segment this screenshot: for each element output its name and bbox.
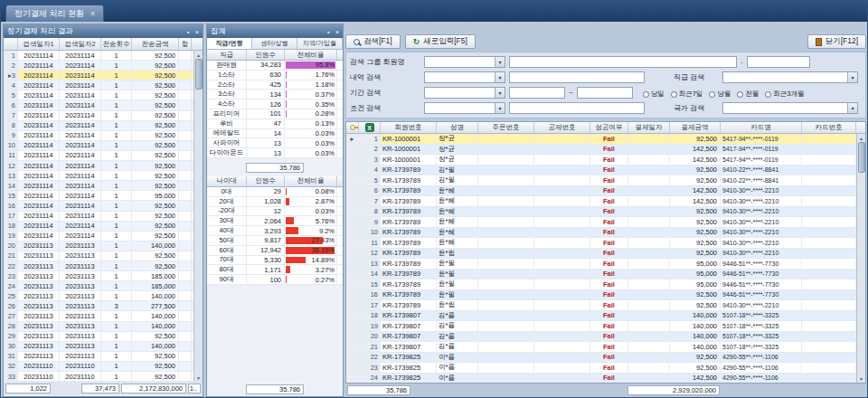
summary-row[interactable]: 3스타1340.37% — [207, 90, 343, 100]
summary-row[interactable]: 60대12,94236.16% — [207, 246, 343, 256]
radio-option[interactable]: 당일 — [643, 90, 665, 99]
table-row[interactable]: 132023111420231114192,500 — [4, 171, 203, 181]
new-input-button[interactable]: ↻ 새로입력[F5] — [405, 34, 476, 49]
member-name-input[interactable] — [509, 56, 737, 68]
table-row[interactable]: 322023111020231110192,500 — [4, 362, 203, 372]
panel-close-icon[interactable]: × — [195, 29, 199, 35]
period-search-combo[interactable]: ▾ — [424, 87, 505, 99]
table-row[interactable]: 42023111420231114192,500 — [4, 81, 203, 90]
table-row[interactable]: 2520231113202311131140,000 — [4, 291, 203, 301]
results-scrollbar[interactable]: ▲ ▼ — [193, 51, 203, 382]
excel-export-icon[interactable]: X — [365, 123, 374, 132]
grid-row[interactable]: 20KR-1739807김*름Fail140,0005107-18**-****… — [346, 332, 865, 343]
table-row[interactable]: 152023111420231114195,000 — [4, 191, 203, 201]
grid-row[interactable]: 24KR-1739825이*름Fail142,5004290-55**-****… — [346, 374, 865, 384]
grid-row[interactable]: 3KR-1000001장*균Fail142,5005417-94**-****-… — [346, 155, 865, 166]
chevron-down-icon[interactable]: ▾ — [847, 72, 857, 82]
summary-row[interactable]: 판매원34,28395.8% — [207, 61, 343, 71]
scroll-thumb[interactable] — [195, 59, 203, 90]
table-row[interactable]: 172023111420231114192,500 — [4, 212, 203, 222]
grid-row[interactable]: 6KR-1739789윤*혜Fail142,5009410-30**-****-… — [346, 186, 865, 197]
table-row[interactable]: 182023111420231114192,500 — [4, 222, 203, 232]
summary-row[interactable]: 50대9,81727.43% — [207, 236, 343, 246]
left-column-header[interactable]: 항 — [179, 38, 192, 50]
detail-search-input[interactable] — [509, 71, 645, 83]
table-row[interactable]: 292023111320231113192,500 — [4, 332, 203, 342]
radio-option[interactable]: 최근3개월 — [765, 90, 804, 99]
chevron-down-icon[interactable]: ▾ — [495, 57, 505, 67]
chevron-down-icon[interactable]: ▾ — [495, 72, 505, 82]
summary-row[interactable]: 40대3,2939.2% — [207, 226, 343, 236]
summary-tab[interactable]: 지역/가입월 — [297, 38, 343, 49]
table-row[interactable]: 192023111420231114192,500 — [4, 232, 203, 242]
grid-row[interactable]: 14KR-1739789윤*필Fail95,0009446-51**-****-… — [346, 270, 865, 280]
left-column-header[interactable]: 검색일자1 — [18, 38, 60, 50]
auto-hide-pin-icon[interactable]: ▪ — [327, 29, 329, 35]
grid-column-header[interactable]: 회원번호 — [381, 122, 437, 133]
table-row[interactable]: 2020231113202311131140,000 — [4, 242, 203, 251]
table-row[interactable]: 22023111420231114192,500 — [4, 61, 203, 71]
chevron-down-icon[interactable]: ▾ — [847, 103, 857, 113]
grid-row[interactable]: 16KR-1739789윤*필Fail92,5009446-51**-****-… — [346, 290, 865, 301]
table-row[interactable]: 2820231113202311131140,000 — [4, 322, 203, 332]
table-row[interactable]: 82023111420231114192,500 — [4, 121, 203, 131]
left-column-header[interactable]: 전송횟수 — [101, 38, 132, 50]
tab-payment-status[interactable]: 정기결제 처리 현황 × — [5, 5, 104, 22]
left-column-header[interactable]: 검색일자2 — [60, 38, 101, 50]
scroll-thumb[interactable] — [858, 142, 865, 173]
table-row[interactable]: 92023111420231114192,500 — [4, 131, 203, 141]
table-row[interactable]: 62023111420231114192,500 — [4, 100, 203, 110]
grid-row[interactable]: 19KR-1739807김*름Fail140,0005107-18**-****… — [346, 321, 865, 332]
summary-row[interactable]: 70대5,33014.89% — [207, 256, 343, 266]
scroll-down-icon[interactable]: ▼ — [196, 374, 201, 382]
grid-column-header[interactable]: 주문번호 — [478, 122, 534, 133]
grid-row[interactable]: 7KR-1739789윤*혜Fail142,5009410-30**-****-… — [346, 196, 865, 207]
radio-option[interactable]: 당월 — [709, 90, 731, 99]
grid-row[interactable]: ▸1KR-1000001장*균Fail92,5005417-94**-****-… — [346, 134, 865, 145]
table-row[interactable]: 102023111420231114192,500 — [4, 141, 203, 151]
grid-row[interactable]: 15KR-1739789윤*필Fail95,0009446-51**-****-… — [346, 280, 865, 290]
grid-row[interactable]: 9KR-1739789윤*혜Fail92,5009410-30**-****-2… — [346, 217, 865, 228]
member-name-input-2[interactable] — [747, 56, 810, 68]
table-row[interactable]: 332023111020231110192,500 — [4, 372, 203, 382]
table-row[interactable]: ▸32023111420231114192,500 — [4, 71, 203, 81]
payments-grid-scrollbar[interactable]: ▲ ▼ — [856, 134, 865, 383]
table-row[interactable]: 52023111420231114192,500 — [4, 90, 203, 100]
rank-search-combo[interactable]: ▾ — [722, 71, 858, 83]
table-row[interactable]: 112023111420231114192,500 — [4, 151, 203, 161]
grid-row[interactable]: 10KR-1739789윤*혜Fail92,5009410-30**-****-… — [346, 228, 865, 239]
grid-row[interactable]: 12KR-1739789윤*림Fail92,5009410-30**-****-… — [346, 249, 865, 260]
chevron-down-icon[interactable]: ▾ — [495, 88, 505, 98]
condition-search-combo[interactable]: ▾ — [424, 102, 505, 114]
left-column-header[interactable] — [4, 38, 18, 50]
period-end-input[interactable] — [577, 87, 633, 99]
summary-row[interactable]: 90대1000.27% — [207, 275, 343, 285]
period-start-input[interactable] — [509, 87, 565, 99]
tab-close-icon[interactable]: × — [90, 9, 95, 18]
grid-column-header[interactable]: 카드번호 — [802, 122, 856, 133]
grid-column-header[interactable]: 성명 — [437, 122, 478, 133]
grid-column-header[interactable]: 공제번호 — [534, 122, 590, 133]
grid-row[interactable]: 2KR-1000001장*균Fail142,5005417-94**-****-… — [346, 145, 865, 156]
grid-row[interactable]: 23KR-1739825이*름Fail92,5004290-55**-****-… — [346, 363, 865, 374]
summary-row[interactable]: -20대120.03% — [207, 207, 343, 217]
grid-row[interactable]: 13KR-1739789윤*필Fail95,0009446-51**-****-… — [346, 259, 865, 270]
summary-row[interactable]: 루비470.13% — [207, 119, 343, 129]
auto-hide-pin-icon[interactable]: ▪ — [187, 29, 189, 35]
left-column-header[interactable]: 전송금액 — [132, 38, 179, 50]
summary-row[interactable]: 프리미어1010.28% — [207, 109, 343, 119]
table-row[interactable]: 2720231113202311131140,000 — [4, 311, 203, 321]
close-button[interactable]: 닫기[F12] — [807, 34, 866, 49]
summary-tab[interactable]: 직급/연령 — [207, 38, 252, 49]
table-row[interactable]: 212023111320231113192,500 — [4, 251, 203, 261]
search-button[interactable]: 검색[F1] — [345, 34, 401, 49]
summary-row[interactable]: 0대290.08% — [207, 187, 343, 197]
table-row[interactable]: 222023111320231113192,500 — [4, 261, 203, 271]
table-row[interactable]: 3020231113202311131140,000 — [4, 342, 203, 352]
table-row[interactable]: 12023111420231114192,500 — [4, 51, 203, 61]
table-row[interactable]: 312023111320231113192,500 — [4, 352, 203, 362]
radio-option[interactable]: 최근7일 — [671, 90, 703, 99]
summary-row[interactable]: 2스타4251.18% — [207, 81, 343, 90]
summary-row[interactable]: 사파이어130.03% — [207, 138, 343, 148]
table-row[interactable]: 2320231113202311131185,000 — [4, 271, 203, 281]
